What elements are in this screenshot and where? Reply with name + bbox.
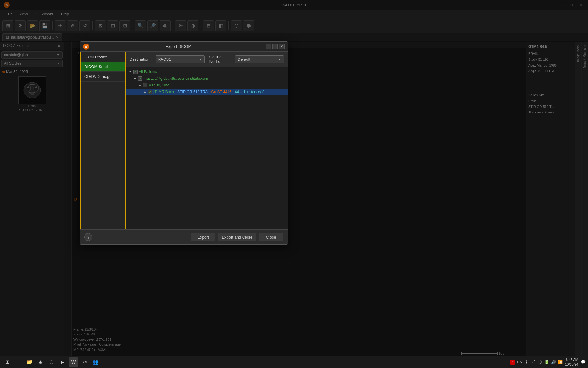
dialog-right-panel: Destination: PACS1 ▼ Calling Node: Defau… (126, 52, 288, 229)
tray-usb-icon[interactable]: ⬡ (537, 360, 542, 365)
export-close-button[interactable]: Export and Close (218, 233, 256, 241)
taskbar-teams-btn[interactable]: 👥 (91, 357, 100, 367)
close-button[interactable]: Close (259, 233, 283, 241)
date-display: 10/20/24 (565, 362, 578, 366)
tree-text-all-patients: All Patients (139, 70, 157, 74)
taskbar-outlook-btn[interactable]: ✉ (80, 357, 89, 367)
dialog-controls: − □ ✕ (266, 44, 285, 49)
tree-checkbox-date[interactable]: ✓ (143, 83, 147, 87)
dialog-tree: ▼ ✓ All Patients ▼ ✓ mustafa@globalultra… (126, 67, 288, 229)
tree-row-series[interactable]: ▶ ✓ [1] MR Brain STIR GR 512 TRA GraSE 4… (126, 89, 288, 95)
taskbar-files-btn[interactable]: 📁 (24, 357, 34, 367)
dialog-restore-btn[interactable]: □ (272, 44, 278, 49)
calling-node-dropdown-arrow: ▼ (278, 58, 281, 61)
source-local-device[interactable]: Local Device (81, 52, 125, 62)
dialog-settings-row: Destination: PACS1 ▼ Calling Node: Defau… (126, 52, 288, 67)
tray-lang-icon[interactable]: EN (517, 360, 522, 365)
tree-row-all-patients[interactable]: ▼ ✓ All Patients (126, 68, 288, 75)
taskbar-terminal-btn[interactable]: ▶ (58, 357, 67, 367)
tree-text-series-detail-sep (175, 90, 176, 94)
source-dicom-send[interactable]: DICOM Send (81, 62, 125, 72)
tray-security-icon[interactable]: ! (510, 360, 515, 365)
tree-toggle-date[interactable]: ▼ (138, 83, 142, 87)
destination-value: PACS1 (158, 57, 171, 62)
tree-text-series-detail3: 64 -- 1 instance(s) (235, 90, 265, 94)
dialog-body: Local Device DICOM Send CD/DVD Image Des… (80, 52, 288, 229)
tree-text-series-detail2: GraSE 4415 (211, 90, 232, 94)
modal-overlay: W Export DICOM − □ ✕ Local Device DICOM … (0, 0, 588, 368)
tray-volume-icon[interactable]: 🔊 (551, 360, 556, 365)
tree-checkbox-account[interactable]: ✓ (138, 76, 142, 81)
tree-text-sep (209, 90, 210, 94)
tree-toggle-series[interactable]: ▶ (143, 90, 147, 94)
taskbar-tray: ! EN 🎙 🛡 ⬡ 🔋 🔊 📶 (510, 360, 563, 365)
tray-mic-icon[interactable]: 🎙 (524, 360, 529, 365)
destination-label: Destination: (130, 57, 151, 62)
taskbar-weasis-btn[interactable]: W (69, 357, 78, 367)
tree-text-date: Mar 30, 1995 (149, 83, 170, 87)
time-display: 8:46 AM (565, 358, 578, 362)
tree-text-sep2 (233, 90, 234, 94)
tray-battery-icon[interactable]: 🔋 (544, 360, 549, 365)
help-button[interactable]: ? (84, 233, 92, 241)
taskbar-time: 8:46 AM 10/20/24 (565, 358, 578, 366)
tree-checkbox-all-patients[interactable]: ✓ (133, 70, 138, 74)
tree-checkbox-series[interactable]: ✓ (148, 90, 152, 94)
taskbar-vscode-btn[interactable]: ⬡ (47, 357, 56, 367)
dialog-footer: ? Export Export and Close Close (80, 229, 288, 244)
export-dicom-dialog: W Export DICOM − □ ✕ Local Device DICOM … (80, 41, 288, 245)
taskbar: ⊞ ⋮⋮ 📁 ◉ ⬡ ▶ W ✉ 👥 ! EN 🎙 🛡 ⬡ 🔋 🔊 📶 8:46… (0, 356, 588, 368)
tree-text-series-details: STIR GR 512 TRA (177, 90, 208, 94)
tree-text-account: mustafa@globalultrasoundinstitute.com (144, 76, 208, 81)
dialog-titlebar: W Export DICOM − □ ✕ (80, 42, 288, 52)
tree-row-account[interactable]: ▼ ✓ mustafa@globalultrasoundinstitute.co… (126, 75, 288, 82)
tray-shield-icon[interactable]: 🛡 (531, 360, 536, 365)
dialog-minimize-btn[interactable]: − (266, 44, 271, 49)
tree-row-date[interactable]: ▼ ✓ Mar 30, 1995 (126, 82, 288, 89)
tree-text-series: [1] MR Brain (153, 90, 174, 94)
tree-toggle-all-patients[interactable]: ▼ (128, 70, 132, 74)
taskbar-start-btn[interactable]: ⊞ (2, 357, 12, 367)
source-cd-dvd-image[interactable]: CD/DVD Image (81, 72, 125, 82)
taskbar-apps-btn[interactable]: ⋮⋮ (13, 357, 23, 367)
export-button[interactable]: Export (191, 233, 215, 241)
calling-node-dropdown[interactable]: Default ▼ (235, 55, 284, 63)
tray-wifi-icon[interactable]: 📶 (558, 360, 563, 365)
taskbar-notification-btn[interactable]: 💬 (581, 360, 586, 365)
calling-node-label: Calling Node: (209, 55, 230, 64)
taskbar-chrome-btn[interactable]: ◉ (36, 357, 45, 367)
destination-dropdown[interactable]: PACS1 ▼ (156, 55, 205, 63)
taskbar-right: ! EN 🎙 🛡 ⬡ 🔋 🔊 📶 8:46 AM 10/20/24 💬 (510, 358, 586, 366)
dialog-close-btn[interactable]: ✕ (279, 44, 285, 49)
tree-toggle-account[interactable]: ▼ (133, 77, 137, 80)
dialog-title: Export DICOM (166, 44, 192, 49)
calling-node-value: Default (238, 57, 250, 62)
dialog-logo: W (83, 44, 89, 50)
dialog-source-panel: Local Device DICOM Send CD/DVD Image (80, 52, 126, 229)
destination-dropdown-arrow: ▼ (199, 58, 202, 61)
